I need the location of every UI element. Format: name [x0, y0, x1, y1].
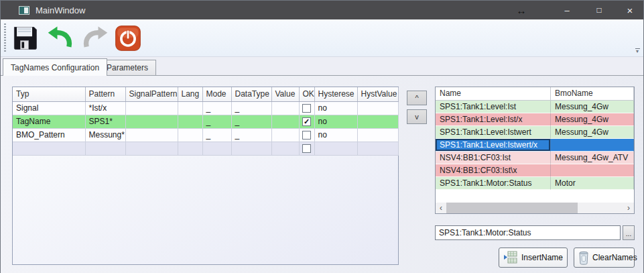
name-row[interactable]: SPS1:Tank1:Motor:Status Motor — [436, 177, 634, 190]
insert-name-button[interactable]: InsertName — [499, 248, 568, 268]
insert-name-label: InsertName — [521, 253, 563, 262]
col-header-lang[interactable]: Lang — [178, 87, 202, 101]
tab-label: TagNames Configuration — [11, 63, 99, 72]
name-row-selected[interactable]: SPS1:Tank1:Level:Istwert/x — [436, 139, 634, 152]
resize-indicator-icon: ↔ — [514, 1, 529, 19]
undo-button[interactable] — [45, 22, 77, 54]
grid-cell-hysterese[interactable] — [314, 142, 357, 155]
name-row[interactable]: SPS1:Tank1:Level:Istwert Messung_4Gw — [436, 126, 634, 139]
col-header-name[interactable]: Name — [436, 87, 551, 100]
list-cell-name: NSV4:BB1:CF03:Ist — [436, 152, 551, 164]
scroll-right-arrow-icon[interactable]: › — [623, 203, 634, 213]
grid-cell-hystvalue[interactable] — [357, 128, 398, 142]
move-down-button[interactable]: v — [407, 109, 427, 124]
grid-cell-pattern[interactable]: SPS1* — [85, 115, 125, 128]
list-cell-bmoname — [551, 164, 634, 177]
redo-arrow-icon — [80, 23, 109, 53]
grid-cell-lang[interactable] — [178, 115, 202, 128]
grid-cell-datatype[interactable]: _ — [231, 115, 271, 128]
grid-cell-pattern[interactable]: Messung* — [85, 128, 125, 142]
grid-cell-value[interactable] — [271, 128, 299, 142]
power-icon — [113, 23, 143, 53]
ok-checkbox[interactable] — [302, 131, 311, 140]
toolbar-grip[interactable] — [4, 23, 6, 53]
tab-tagnames-configuration[interactable]: TagNames Configuration — [3, 58, 107, 76]
grid-cell-typ[interactable]: TagName — [13, 115, 85, 128]
grid-cell-signalpattern[interactable] — [125, 142, 178, 155]
grid-cell-pattern[interactable]: *Ist/x — [85, 101, 125, 115]
tab-strip: TagNames Configuration Parameters — [1, 57, 643, 76]
grid-cell-value[interactable] — [271, 115, 299, 128]
names-list-header: Name BmoName — [436, 87, 634, 101]
clear-names-button[interactable]: ClearNames — [574, 248, 635, 268]
close-button[interactable]: × — [619, 1, 641, 19]
col-header-hysterese[interactable]: Hysterese — [314, 87, 357, 101]
list-cell-name: SPS1:Tank1:Level:Ist/x — [436, 113, 551, 126]
grid-cell-signalpattern[interactable] — [125, 115, 178, 128]
grid-cell-mode[interactable]: _ — [202, 101, 231, 115]
grid-cell-typ[interactable] — [13, 142, 85, 155]
ok-checkbox[interactable] — [302, 144, 311, 153]
grid-cell-datatype[interactable] — [231, 142, 271, 155]
grid-cell-hystvalue[interactable] — [357, 101, 398, 115]
grid-cell-lang[interactable] — [178, 128, 202, 142]
grid-cell-lang[interactable] — [178, 142, 202, 155]
ok-checkbox[interactable] — [302, 104, 311, 113]
ok-checkbox[interactable] — [302, 117, 311, 126]
toolbar-overflow-button[interactable]: ▾ — [633, 45, 641, 56]
grid-cell-signalpattern[interactable] — [125, 101, 178, 115]
scroll-left-arrow-icon[interactable]: ‹ — [436, 203, 446, 213]
move-up-button[interactable]: ^ — [407, 91, 427, 105]
col-header-signalpattern[interactable]: SignalPattern — [125, 87, 178, 101]
grid-cell-hysterese[interactable]: no — [314, 101, 357, 115]
list-cell-name: SPS1:Tank1:Motor:Status — [436, 177, 551, 190]
col-header-datatype[interactable]: DataType — [231, 87, 271, 101]
grid-cell-hystvalue[interactable] — [357, 142, 398, 155]
main-window: MainWindow ↔ – □ × — [0, 0, 644, 273]
redo-button[interactable] — [78, 22, 111, 54]
col-header-ok[interactable]: OK — [299, 87, 314, 101]
grid-cell-signalpattern[interactable] — [125, 128, 178, 142]
grid-cell-hysterese[interactable]: no — [314, 128, 357, 142]
grid-cell-mode[interactable]: _ — [202, 128, 231, 142]
list-cell-name: SPS1:Tank1:Level:Istwert/x — [436, 139, 551, 152]
col-header-hystvalue[interactable]: HystValue — [357, 87, 398, 101]
title-bar: MainWindow ↔ – □ × — [1, 1, 643, 19]
grid-cell-datatype[interactable]: _ — [231, 101, 271, 115]
grid-cell-pattern[interactable] — [85, 142, 125, 155]
list-cell-bmoname: Messung_4Gw_ATV — [551, 152, 634, 164]
save-button[interactable] — [9, 22, 41, 54]
maximize-button[interactable]: □ — [588, 1, 610, 19]
grid-cell-lang[interactable] — [178, 101, 202, 115]
col-header-value[interactable]: Value — [271, 87, 299, 101]
grid-cell-datatype[interactable]: _ — [231, 128, 271, 142]
col-header-pattern[interactable]: Pattern — [85, 87, 125, 101]
name-row[interactable]: SPS1:Tank1:Level:Ist Messung_4Gw — [436, 101, 634, 113]
list-cell-bmoname: Messung_4Gw — [551, 113, 634, 126]
grid-cell-mode[interactable] — [202, 142, 231, 155]
grid-cell-typ[interactable]: Signal — [13, 101, 85, 115]
browse-button[interactable]: ... — [623, 225, 635, 240]
minimize-button[interactable]: – — [556, 1, 578, 19]
grid-cell-hysterese[interactable]: no — [314, 115, 357, 128]
grid-cell-value[interactable] — [271, 101, 299, 115]
tab-label: Parameters — [107, 63, 148, 72]
trash-glass-icon — [578, 251, 589, 265]
col-header-mode[interactable]: Mode — [202, 87, 231, 101]
exit-button[interactable] — [112, 22, 144, 54]
col-header-bmoname[interactable]: BmoName — [551, 87, 634, 100]
grid-cell-hystvalue[interactable] — [357, 115, 398, 128]
config-row: TagName SPS1* _ _ no — [13, 115, 398, 128]
name-row[interactable]: NSV4:BB1:CF03:Ist\x — [436, 164, 634, 177]
config-row-new — [13, 142, 398, 155]
grid-cell-mode[interactable]: _ — [202, 115, 231, 128]
name-row[interactable]: NSV4:BB1:CF03:Ist Messung_4Gw_ATV — [436, 152, 634, 164]
grid-cell-ok — [299, 142, 314, 155]
name-row[interactable]: SPS1:Tank1:Level:Ist/x Messung_4Gw — [436, 113, 634, 126]
col-header-typ[interactable]: Typ — [13, 87, 85, 101]
grid-cell-typ[interactable]: BMO_Pattern — [13, 128, 85, 142]
app-icon — [19, 6, 29, 15]
grid-cell-value[interactable] — [271, 142, 299, 155]
scrollbar-thumb[interactable] — [446, 203, 578, 213]
name-input[interactable]: SPS1:Tank1:Motor:Status — [435, 225, 621, 240]
